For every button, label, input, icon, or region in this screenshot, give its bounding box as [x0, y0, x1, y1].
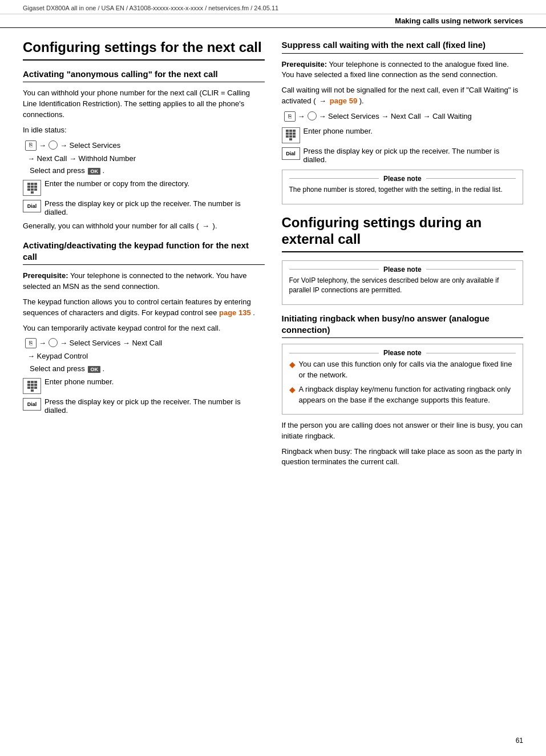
- page-header: Gigaset DX800A all in one / USA EN / A31…: [0, 0, 546, 14]
- note-line-left1: [289, 178, 379, 179]
- dial-icon3: Dial: [282, 147, 300, 160]
- bullet1-text: You can use this function only for calls…: [299, 359, 516, 381]
- press-text2: Press the display key or pick up the rec…: [45, 397, 265, 415]
- content-area: Configuring settings for the next call A…: [0, 28, 546, 484]
- enter-number-block: Enter the number or copy from the direct…: [23, 179, 265, 196]
- note-line-right3: [426, 353, 516, 353]
- note-line-left2: [289, 269, 379, 270]
- select-press-text2: Select and press: [30, 364, 85, 373]
- phone-menu-icon3: ⎘: [284, 111, 296, 122]
- left-section1-para1: You can withhold your phone number for t…: [23, 88, 265, 120]
- ok-box1: OK: [88, 168, 100, 175]
- select-press-block: Select and press OK .: [25, 166, 265, 175]
- menu-path2-text: → Next Call → Withhold Number: [27, 154, 136, 164]
- left-section2-title: Activating/deactivating the keypad funct…: [23, 240, 265, 262]
- right-press-dial-block: Dial Press the display key or pick up th…: [282, 147, 524, 164]
- right-section2-subtitle: Initiating ringback when busy/no answer …: [282, 313, 524, 335]
- note-line-left3: [289, 353, 379, 353]
- right-menu-path-text: → Select Services → Next Call → Call Wai…: [319, 111, 472, 122]
- keypad-grid3: [286, 130, 296, 140]
- right-menu-path-line: ⎘ → → Select Services → Next Call → Call…: [284, 111, 524, 122]
- enter-text2: Enter phone number.: [45, 377, 114, 386]
- keypad-icon: [23, 180, 41, 196]
- right-section1-title: Suppress call waiting with the next call…: [282, 39, 524, 51]
- note-box3: Please note ◆ You can use this function …: [282, 344, 524, 414]
- keypad-icon3: [282, 127, 300, 143]
- menu-path2-line2: → Keypad Control: [25, 351, 265, 362]
- right-menu-block1: ⎘ → → Select Services → Next Call → Call…: [282, 111, 524, 122]
- prereq-text2: Prerequisite: Your telephone is connecte…: [23, 271, 265, 292]
- left-main-divider: [23, 59, 265, 61]
- select-circle1: [48, 140, 58, 150]
- note-box2: Please note For VoIP telephony, the serv…: [282, 260, 524, 305]
- press-text1: Press the display key or pick up the rec…: [45, 199, 265, 216]
- note-line-right2: [426, 269, 516, 270]
- enter-number-block2: Enter phone number.: [23, 377, 265, 394]
- arrow-sym1: →: [39, 140, 46, 151]
- left-section2-divider: [23, 264, 265, 265]
- note-label1: Please note: [379, 175, 426, 183]
- keypad-para1: The keypad function allows you to contro…: [23, 297, 265, 319]
- header-path: Gigaset DX800A all in one / USA EN / A31…: [23, 5, 278, 11]
- select-press-text: Select and press: [30, 166, 85, 175]
- menu-path-line1: ⎘ → → Select Services: [25, 140, 265, 151]
- select-circle3: [308, 111, 317, 120]
- right-section2-divider: [282, 337, 524, 338]
- note-header1: Please note: [289, 175, 516, 183]
- note-line-right1: [426, 178, 516, 179]
- page-ref-keypad: page 135: [219, 308, 251, 317]
- diamond1: ◆: [289, 359, 296, 369]
- note-box1: Please note The phone number is stored, …: [282, 170, 524, 204]
- dial-icon1: Dial: [23, 200, 41, 212]
- ringback-para2: Ringback when busy: The ringback will ta…: [282, 447, 524, 468]
- right-title: Making calls using network services: [0, 14, 546, 28]
- bullet2: ◆ A ringback display key/menu function f…: [289, 384, 516, 406]
- right-call-waiting-para: Call waiting will not be signalled for t…: [282, 85, 524, 107]
- left-column: Configuring settings for the next call A…: [23, 39, 265, 472]
- idle-label: In idle status:: [23, 125, 265, 136]
- note-header2: Please note: [289, 266, 516, 274]
- note-header3: Please note: [289, 349, 516, 357]
- menu-path1-text: → Select Services: [60, 140, 120, 151]
- phone-menu-icon2: ⎘: [25, 338, 37, 348]
- select-circle2: [48, 338, 58, 347]
- left-menu-block2: ⎘ → → Select Services → Next Call → Keyp…: [23, 338, 265, 373]
- bullet1: ◆ You can use this function only for cal…: [289, 359, 516, 381]
- left-section1-divider: [23, 82, 265, 82]
- keypad-grid: [27, 183, 37, 194]
- enter-text1: Enter the number or copy from the direct…: [45, 179, 189, 188]
- menu-path2-line1: ⎘ → → Select Services → Next Call: [25, 338, 265, 349]
- note-content1: The phone number is stored, together wit…: [289, 185, 516, 195]
- right-enter-text: Enter phone number.: [304, 127, 373, 135]
- keypad-grid2: [27, 381, 37, 392]
- right-column: Suppress call waiting with the next call…: [282, 39, 524, 472]
- page-footer: 61: [516, 737, 523, 745]
- right-page-ref: page 59: [330, 96, 357, 105]
- right-main-divider: [282, 251, 524, 252]
- right-main-title: Configuring settings during an external …: [282, 215, 524, 248]
- menu-path2-text2: → Keypad Control: [27, 351, 88, 362]
- page-number: 61: [516, 737, 523, 745]
- right-prereq-text: Prerequisite: Your telephone is connecte…: [282, 59, 524, 81]
- dial-icon2: Dial: [23, 398, 41, 411]
- press-dial-block2: Dial Press the display key or pick up th…: [23, 397, 265, 415]
- left-main-title: Configuring settings for the next call: [23, 39, 265, 56]
- ok-box2: OK: [88, 366, 100, 373]
- left-menu-block1: ⎘ → → Select Services → Next Call → With…: [23, 140, 265, 175]
- right-press-text: Press the display key or pick up the rec…: [304, 147, 524, 164]
- phone-menu-icon: ⎘: [25, 140, 37, 151]
- ringback-para1: If the person you are calling does not a…: [282, 420, 524, 442]
- keypad-icon2: [23, 378, 41, 394]
- diamond2: ◆: [289, 384, 296, 395]
- note-content2: For VoIP telephony, the services describ…: [289, 276, 516, 296]
- bullet2-text: A ringback display key/menu function for…: [299, 384, 516, 406]
- note-label2: Please note: [379, 266, 426, 274]
- menu-path2-text1: → Select Services → Next Call: [60, 338, 162, 349]
- left-section1-title: Activating "anonymous calling" for the n…: [23, 69, 265, 80]
- select-press-block2: Select and press OK .: [25, 364, 265, 373]
- right-section1-divider: [282, 53, 524, 54]
- press-dial-block1: Dial Press the display key or pick up th…: [23, 199, 265, 216]
- generally-text: Generally, you can withhold your number …: [23, 221, 265, 232]
- keypad-para2: You can temporarily activate keypad cont…: [23, 323, 265, 334]
- note-label3: Please note: [379, 349, 426, 357]
